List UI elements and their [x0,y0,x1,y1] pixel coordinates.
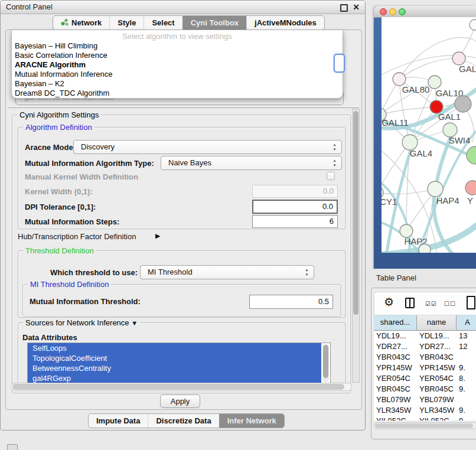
settings-vscroll-thumb[interactable] [353,111,358,315]
collapse-down-icon[interactable]: ▼ [131,319,138,327]
network-node-unlabeled[interactable] [455,96,471,112]
settings-vertical-scrollbar[interactable] [352,109,360,383]
table-row-ybl079w[interactable]: YBL079WYBL079W [374,394,476,405]
network-node-label: GCY1 [382,197,397,207]
kernel-width-field[interactable]: 0.0 [252,185,338,198]
mi-type-value: Naive Bayes [168,158,211,167]
dpi-tolerance-field[interactable]: 0.0 [252,200,338,214]
control-panel-tabbar: NetworkStyleSelectCyni ToolboxjActiveMNo… [53,15,325,30]
table-row-yil052c[interactable]: YIL052CYIL052C9 [374,416,476,420]
dpi-tolerance-label: DPI Tolerance [0,1]: [25,203,96,211]
network-node-gal80[interactable] [393,73,406,86]
network-edge [382,107,436,115]
checked-pair-icon[interactable]: ☑☑ [425,301,437,307]
attribute-item-topologicalcoefficient[interactable]: TopologicalCoefficient [28,353,321,363]
table-cell: YBL079W [374,394,417,405]
network-node-unlabeled[interactable] [470,19,476,30]
tab-infer-network[interactable]: Infer Network [219,414,284,428]
cyni-settings-group-title: Cyni Algorithm Settings [17,110,101,119]
network-node-hap4[interactable] [428,181,443,197]
tab-discretize-data[interactable]: Discretize Data [148,414,219,428]
manual-kernel-checkbox[interactable] [327,172,335,180]
aracne-mode-combo[interactable]: Discovery ▲▼ [73,140,342,154]
algorithm-combo-focus-fragment[interactable] [334,54,345,73]
network-canvas[interactable]: GALGAL80GAL10GAL1GAL11SWI4GAL4GCY1HAP4YH… [382,17,476,253]
tab-cyni-toolbox[interactable]: Cyni Toolbox [182,16,246,30]
algorithm-option-bayesian-k2[interactable]: Bayesian – K2 [12,79,343,89]
table-row-ylr345w[interactable]: YLR345WYLR345W9. [374,405,476,416]
attributes-scrollbar-thumb[interactable] [323,345,328,378]
mi-steps-value: 6 [330,217,334,226]
close-traffic-light[interactable] [380,8,387,15]
settings-horizontal-scrollbar[interactable] [11,383,352,391]
tab-style[interactable]: Style [109,16,144,30]
algorithm-option-mutual-information-inference[interactable]: Mutual Information Inference [12,70,343,79]
table-panel-header: Table Panel [366,269,476,288]
document-icon[interactable] [467,296,475,309]
network-window-titlebar[interactable] [374,6,476,18]
control-panel-window: Control Panel ✕ NetworkStyleSelectCyni T… [0,0,366,431]
unchecked-pair-icon[interactable]: ☐☐ [444,301,456,307]
algorithm-option-aracne-algorithm[interactable]: ARACNE Algorithm [12,60,343,70]
settings-hscroll-thumb[interactable] [12,384,344,390]
algorithm-option-dream8-dc-tdc-algorithm[interactable]: Dream8 DC_TDC Algorithm [12,89,343,98]
minimize-traffic-light[interactable] [389,8,396,15]
attribute-item-gal4rgexp[interactable]: gal4RGexp [28,373,321,383]
which-threshold-combo[interactable]: MI Threshold ▲▼ [140,265,314,279]
table-row-yer054c[interactable]: YER054CYER054C8. [374,373,476,384]
control-panel-titlebar[interactable]: Control Panel ✕ [1,1,365,14]
mi-type-label: Mutual Information Algorithm Type: [25,159,154,168]
table-cell: YDR27... [417,341,457,352]
tab-label: Cyni Toolbox [191,18,239,27]
expand-right-icon[interactable]: ▶ [155,232,160,240]
table-row-ybr045c[interactable]: YBR045CYBR045C9. [374,384,476,394]
stepper-icon: ▲▼ [332,158,337,168]
sources-group-title: Sources for Network Inference ▼ [23,318,140,327]
gear-icon[interactable]: ⚙ [384,295,394,309]
attribute-item-selfloops[interactable]: SelfLoops [28,343,321,353]
table-horizontal-scrollbar[interactable] [374,422,476,429]
float-window-icon[interactable] [340,4,348,12]
mi-type-combo[interactable]: Naive Bayes ▲▼ [161,156,342,170]
mi-threshold-value: 0.5 [318,297,329,306]
table-hscroll-thumb[interactable] [375,423,473,428]
network-node-gal[interactable] [452,52,465,65]
table-row-ydr27[interactable]: YDR27...YDR27...12 [374,341,476,352]
table-row-ydl19[interactable]: YDL19...YDL19...13 [374,331,476,341]
algorithm-option-bayesian-hill-climbing[interactable]: Bayesian – Hill Climbing [12,41,343,51]
split-columns-icon[interactable] [405,298,415,308]
apply-button[interactable]: Apply [160,394,200,408]
aracne-mode-label: Aracne Mode: [25,143,76,152]
tab-jactivemnodules[interactable]: jActiveMNodules [246,16,324,30]
table-toolbar: ⚙ ☑☑ ☐☐ [374,292,476,315]
algorithm-option-basic-correlation-inference[interactable]: Basic Correlation Inference [12,51,343,60]
zoom-traffic-light[interactable] [399,8,406,15]
column-header-a[interactable]: A [457,315,476,330]
mi-threshold-label: Mutual Information Threshold: [30,297,141,306]
table-row-ypr145w[interactable]: YPR145WYPR145W9. [374,363,476,373]
tab-select[interactable]: Select [144,16,182,30]
table-cell: YIL052C [417,416,457,420]
network-node-hap2[interactable] [400,224,413,237]
manual-kernel-label: Manual Kernel Width Definition [25,172,138,181]
table-cell: YDL19... [374,331,417,341]
network-node-unlabeled[interactable] [467,146,476,164]
tab-impute-data[interactable]: Impute Data [89,414,148,428]
table-row-ybr043c[interactable]: YBR043CYBR043C [374,352,476,363]
tab-network[interactable]: Network [53,16,109,30]
network-node-unlabeled[interactable] [419,244,431,253]
network-node-gal10[interactable] [428,76,441,89]
table-cell: YDR27... [374,341,417,352]
network-node-label: Y [467,195,473,206]
attribute-item-betweennesscentrality[interactable]: BetweennessCentrality [28,363,321,373]
network-node-y[interactable] [465,181,476,195]
table-body: YDL19...YDL19...13YDR27...YDR27...12YBR0… [374,331,476,420]
close-icon[interactable]: ✕ [353,2,360,12]
column-header-name[interactable]: name [417,315,457,330]
column-header-shared[interactable]: shared... [374,315,417,330]
attributes-scrollbar[interactable] [322,344,329,382]
mi-steps-field[interactable]: 6 [252,215,338,228]
mi-steps-label: Mutual Information Steps: [25,217,119,226]
mi-threshold-field[interactable]: 0.5 [249,295,333,309]
minimized-panel-icon[interactable] [7,444,18,450]
